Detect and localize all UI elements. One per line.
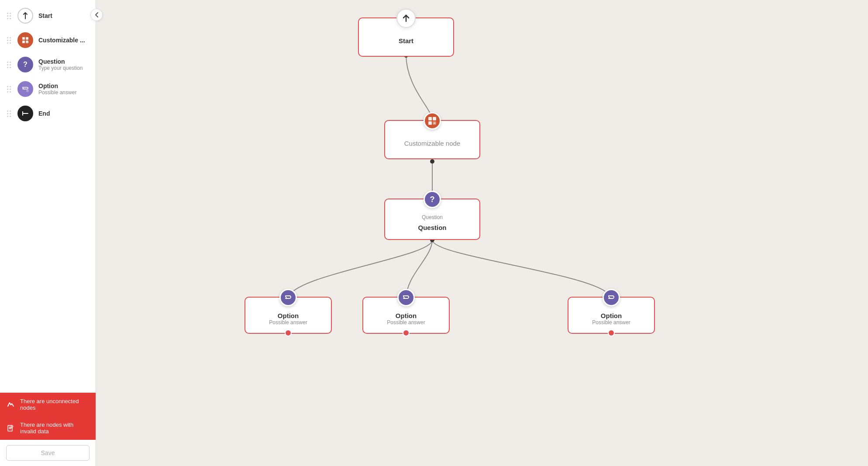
option-node-icon [17, 81, 33, 97]
sidebar-question-subtitle: Type your question [38, 65, 83, 71]
customizable-node-label: Customizable node [404, 140, 460, 147]
connections-svg [96, 0, 868, 466]
save-button[interactable]: Save [6, 445, 90, 461]
option-node-3[interactable]: Option Possible answer [568, 297, 655, 334]
svg-rect-14 [428, 117, 432, 120]
question-node-icon: ? [424, 191, 441, 208]
svg-text:+: + [434, 121, 436, 125]
start-node[interactable]: Start [358, 17, 454, 57]
alert-unconnected[interactable]: There are unconnected nodes [0, 393, 96, 416]
option-node-1-label: Option [278, 312, 299, 319]
sidebar-item-customizable[interactable]: + Customizable ... [0, 28, 96, 52]
alert-invalid-text: There are nodes with invalid data [20, 421, 90, 435]
customizable-node-icon: + [17, 32, 33, 48]
sidebar-customizable-title: Customizable ... [38, 37, 85, 44]
sidebar-items-list: Start + Customizable ... [0, 0, 96, 393]
svg-rect-1 [26, 37, 28, 40]
option-node-2-icon [397, 289, 415, 306]
option-node-2-sublabel: Possible answer [387, 319, 425, 326]
sidebar-option-subtitle: Possible answer [38, 89, 76, 96]
alert-unconnected-icon [6, 400, 16, 409]
drag-handle-question [7, 62, 11, 68]
question-node-sublabel: Question [422, 214, 443, 220]
option-node-2-label: Option [396, 312, 417, 319]
svg-rect-0 [22, 37, 25, 40]
start-node-icon [396, 9, 416, 28]
option-node-3-label: Option [601, 312, 622, 319]
start-node-label: Start [399, 37, 413, 45]
sidebar-item-option[interactable]: Option Possible answer [0, 77, 96, 101]
drag-handle-end [7, 110, 11, 117]
drag-handle-option [7, 86, 11, 93]
sidebar-question-title: Question [38, 58, 83, 65]
alert-invalid[interactable]: There are nodes with invalid data [0, 416, 96, 440]
option-node-1-icon [279, 289, 297, 306]
svg-rect-16 [428, 121, 432, 125]
flow-container: Start + Customizable node ? Question Que… [96, 0, 868, 466]
question-node[interactable]: ? Question Question [384, 199, 480, 240]
option-node-1-sublabel: Possible answer [269, 319, 307, 326]
sidebar-item-start[interactable]: Start [0, 3, 96, 28]
sidebar: Start + Customizable ... [0, 0, 96, 466]
svg-rect-15 [433, 117, 436, 120]
option-node-3-bottom-dot [608, 329, 615, 336]
end-node-icon [17, 106, 33, 121]
sidebar-alerts: There are unconnected nodes There are no… [0, 393, 96, 440]
option-node-3-sublabel: Possible answer [592, 319, 630, 326]
sidebar-option-title: Option [38, 82, 76, 89]
svg-point-9 [430, 159, 434, 164]
option-node-3-icon [603, 289, 620, 306]
option-node-2-bottom-dot [403, 329, 410, 336]
svg-rect-2 [22, 41, 25, 43]
alert-invalid-icon [6, 423, 16, 433]
save-button-container: Save [0, 440, 96, 466]
question-node-label: Question [418, 224, 446, 231]
question-node-icon: ? [17, 57, 33, 72]
customizable-node[interactable]: + Customizable node [384, 120, 480, 159]
sidebar-start-title: Start [38, 12, 52, 19]
drag-handle-customizable [7, 37, 11, 44]
flow-canvas: Start + Customizable node ? Question Que… [96, 0, 868, 466]
collapse-button[interactable] [90, 9, 103, 21]
sidebar-item-question[interactable]: ? Question Type your question [0, 52, 96, 77]
customizable-node-icon: + [424, 112, 441, 130]
option-node-2[interactable]: Option Possible answer [362, 297, 450, 334]
sidebar-item-end[interactable]: End [0, 101, 96, 126]
alert-unconnected-text: There are unconnected nodes [20, 398, 90, 411]
svg-text:+: + [27, 41, 28, 43]
start-node-icon [17, 8, 33, 24]
option-node-1-bottom-dot [285, 329, 292, 336]
sidebar-end-title: End [38, 110, 50, 117]
drag-handle-start [7, 13, 11, 19]
option-node-1[interactable]: Option Possible answer [245, 297, 332, 334]
svg-point-6 [26, 89, 29, 92]
